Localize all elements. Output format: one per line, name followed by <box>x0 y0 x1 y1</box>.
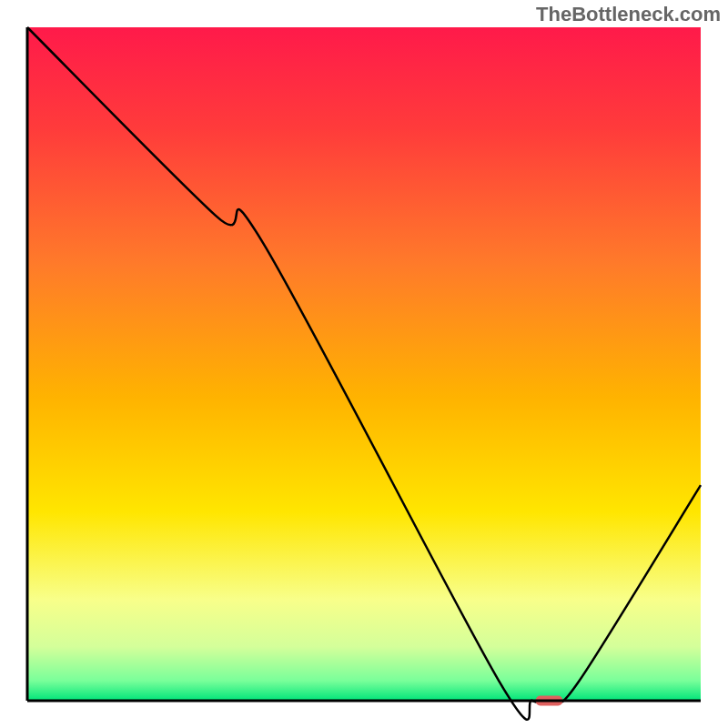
chart-container: TheBottleneck.com <box>0 0 728 728</box>
watermark-text: TheBottleneck.com <box>536 3 721 26</box>
bottleneck-chart <box>0 0 728 728</box>
